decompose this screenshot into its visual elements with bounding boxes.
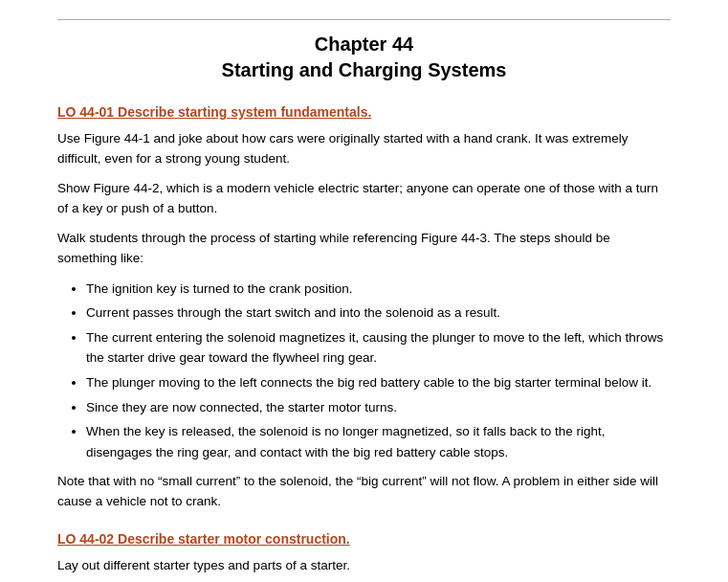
list-item: When the key is released, the solenoid i… — [86, 421, 671, 462]
section-lo-44-01: LO 44-01 Describe starting system fundam… — [57, 104, 671, 512]
list-item: The ignition key is turned to the crank … — [86, 279, 671, 300]
lo-44-01-para-1: Use Figure 44-1 and joke about how cars … — [57, 129, 671, 169]
lo-44-01-heading: LO 44-01 Describe starting system fundam… — [57, 104, 671, 120]
lo-44-02-heading: LO 44-02 Describe starter motor construc… — [57, 531, 671, 547]
lo-44-01-bullet-list: The ignition key is turned to the crank … — [86, 279, 671, 463]
section-lo-44-02: LO 44-02 Describe starter motor construc… — [57, 531, 671, 582]
lo-44-01-note: Note that with no “small current” to the… — [57, 472, 671, 512]
page-container: Chapter 44 Starting and Charging Systems… — [0, 0, 728, 582]
list-item: Current passes through the start switch … — [86, 302, 671, 324]
lo-44-01-para-2: Show Figure 44-2, which is a modern vehi… — [57, 179, 671, 219]
lo-44-01-para-3: Walk students through the process of sta… — [57, 229, 671, 269]
list-item: The current entering the solenoid magnet… — [86, 327, 671, 369]
chapter-title: Chapter 44 — [57, 34, 671, 56]
chapter-subtitle: Starting and Charging Systems — [57, 59, 671, 81]
list-item: The plunger moving to the left connects … — [86, 372, 671, 393]
list-item: Since they are now connected, the starte… — [86, 397, 671, 418]
lo-44-02-para-1: Lay out different starter types and part… — [57, 556, 671, 576]
